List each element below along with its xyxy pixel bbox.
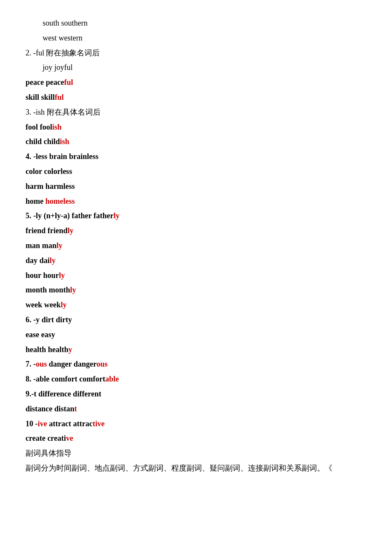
text-segment: ful [64, 78, 73, 87]
text-segment: ly [70, 286, 76, 294]
text-line: 2. -ful 附在抽象名词后 [26, 47, 366, 59]
text-line: home homeless [26, 195, 366, 208]
text-segment: ly [68, 226, 74, 235]
text-segment: able [105, 375, 119, 383]
text-line: create creative [26, 432, 366, 445]
text-line: 副词具体指导 [26, 447, 366, 460]
text-line: 6. -y dirt dirty [26, 314, 366, 326]
text-line: 7. -ous danger dangerous [26, 358, 366, 370]
text-segment: 4. -less brain brainless [26, 152, 98, 161]
text-segment: distance distan [26, 405, 75, 413]
text-segment: friend friend [26, 226, 68, 235]
text-segment: home [26, 197, 46, 205]
text-segment: hour hour [26, 271, 59, 280]
text-segment: week week [26, 301, 61, 309]
text-segment: ish [52, 123, 62, 131]
text-line: distance distant [26, 403, 366, 415]
text-segment: peace peace [26, 78, 64, 87]
main-content: south southernwest western2. -ful 附在抽象名词… [26, 17, 366, 474]
text-line: week weekly [26, 299, 366, 311]
text-line: joy joyful [26, 61, 366, 74]
text-line: 5. -ly (n+ly-a) father fatherly [26, 210, 366, 222]
text-segment: ly [50, 256, 56, 265]
text-segment: 副词具体指导 [26, 449, 72, 457]
text-segment: 副词分为时间副词、地点副词、方式副词、程度副词、疑问副词、连接副词和关系副词。《 [26, 464, 332, 472]
text-segment: man man [26, 241, 57, 250]
text-line: 3. -ish 附在具体名词后 [26, 106, 366, 119]
text-segment: 2. -ful 附在抽象名词后 [26, 49, 100, 57]
text-segment: ly [113, 211, 119, 220]
text-segment: color colorless [26, 167, 72, 176]
text-segment: month month [26, 286, 70, 294]
text-line: friend friendly [26, 225, 366, 237]
text-line: month monthly [26, 284, 366, 296]
text-line: skill skillful [26, 91, 366, 104]
text-line: hour hourly [26, 269, 366, 282]
text-segment: ous [96, 360, 107, 368]
text-segment: health health [26, 345, 69, 354]
text-segment: 7. - [26, 360, 36, 368]
text-segment: 8. -able comfort comfort [26, 375, 105, 383]
text-line: 10 -ive attract attractive [26, 418, 366, 430]
text-line: color colorless [26, 165, 366, 178]
text-segment: ly [61, 301, 66, 309]
text-line: child childish [26, 136, 366, 148]
text-line: peace peaceful [26, 76, 366, 89]
text-line: day daily [26, 254, 366, 267]
text-segment: child child [26, 137, 60, 146]
text-segment: 6. -y dirt dirty [26, 315, 72, 324]
text-line: man manly [26, 240, 366, 252]
text-line: ease easy [26, 329, 366, 341]
text-line: 8. -able comfort comfortable [26, 373, 366, 385]
text-segment: fool fool [26, 123, 52, 131]
text-segment: harm harmless [26, 182, 75, 191]
text-segment: ease easy [26, 330, 55, 339]
text-segment: ous [36, 360, 47, 368]
text-segment: ful [55, 93, 64, 101]
text-line: 9.-t difference different [26, 388, 366, 400]
text-segment: ly [59, 271, 65, 280]
text-segment: create creati [26, 434, 66, 442]
text-segment: south southern [43, 19, 88, 27]
text-segment: ish [60, 137, 69, 146]
text-segment: y [69, 345, 72, 354]
text-segment: homeless [46, 197, 75, 205]
text-segment: skill skill [26, 93, 55, 101]
text-line: health healthy [26, 344, 366, 356]
text-segment: ly [57, 241, 63, 250]
text-segment: ive [38, 419, 47, 428]
text-line: harm harmless [26, 180, 366, 193]
text-line: fool foolish [26, 121, 366, 133]
text-line: 副词分为时间副词、地点副词、方式副词、程度副词、疑问副词、连接副词和关系副词。《 [26, 462, 366, 474]
text-segment: tive [92, 419, 104, 428]
text-segment: 10 - [26, 419, 38, 428]
text-line: south southern [26, 17, 366, 29]
text-segment: west western [43, 34, 82, 42]
text-line: west western [26, 32, 366, 44]
text-segment: 3. -ish 附在具体名词后 [26, 108, 101, 116]
text-segment: day dai [26, 256, 50, 265]
text-segment: ve [66, 434, 73, 442]
text-line: 4. -less brain brainless [26, 150, 366, 163]
text-segment: 5. -ly (n+ly-a) father father [26, 211, 113, 220]
text-segment: 9.-t difference different [26, 390, 101, 398]
text-segment: danger danger [47, 360, 96, 368]
text-segment: joy joyful [43, 63, 73, 72]
text-segment: t [75, 405, 77, 413]
text-segment: attract attrac [47, 419, 93, 428]
